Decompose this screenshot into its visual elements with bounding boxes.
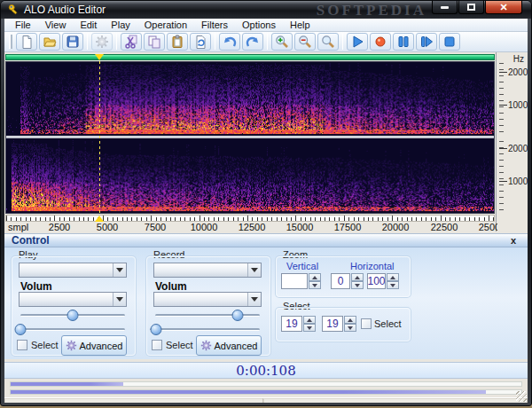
paste-button[interactable]: [167, 33, 188, 51]
spin-up-button[interactable]: [351, 273, 364, 281]
ruler-label: 22500: [431, 222, 458, 232]
play-advanced-button[interactable]: Advanced: [61, 335, 127, 356]
undo-arrow-icon: [223, 35, 237, 49]
slider-knob[interactable]: [15, 324, 27, 335]
spin-up-button[interactable]: [303, 316, 316, 324]
copy-button[interactable]: [144, 33, 165, 51]
gear-icon: [200, 340, 212, 351]
status-panel: [263, 398, 528, 403]
redo-button[interactable]: [242, 33, 263, 51]
menu-play[interactable]: Play: [104, 19, 137, 31]
menu-edit[interactable]: Edit: [73, 19, 104, 31]
spinner-value[interactable]: [281, 273, 308, 289]
spinner-value[interactable]: 19: [281, 316, 302, 332]
zoom-tool-button[interactable]: [317, 33, 339, 51]
select-checkbox-label: Select: [374, 318, 402, 329]
spin-down-button[interactable]: [351, 281, 364, 289]
record-balance-slider[interactable]: [150, 324, 260, 335]
play-button[interactable]: [347, 33, 368, 51]
record-button[interactable]: [370, 33, 391, 51]
scissors-icon: [124, 35, 138, 49]
record-device-dropdown[interactable]: [153, 263, 262, 278]
play-balance-slider[interactable]: [15, 324, 125, 335]
cursor-marker-top[interactable]: [95, 54, 104, 60]
minimize-icon: [441, 6, 449, 9]
control-panel-body: Play Volum Select Advanced Record Volum …: [4, 247, 528, 359]
control-panel-close-button[interactable]: x: [508, 235, 519, 246]
stop-icon: [442, 35, 457, 49]
spectrogram-canvas[interactable]: [5, 61, 495, 214]
spin-up-button[interactable]: [344, 316, 356, 324]
selection-bar[interactable]: [5, 54, 495, 60]
slider-knob[interactable]: [151, 324, 162, 335]
menu-filters[interactable]: Filters: [194, 19, 235, 31]
record-volume-dropdown[interactable]: [153, 292, 262, 307]
ruler-label: 7500: [145, 222, 166, 232]
copy-icon: [147, 35, 161, 49]
slider-knob[interactable]: [67, 310, 79, 321]
clipboard-icon: [170, 35, 184, 49]
open-file-button[interactable]: [39, 33, 60, 51]
zoom-in-button[interactable]: [271, 33, 293, 51]
spin-up-button[interactable]: [387, 273, 399, 281]
pause-icon: [396, 35, 411, 49]
menu-options[interactable]: Options: [235, 19, 283, 31]
record-select-checkbox[interactable]: [152, 340, 162, 350]
pause-button[interactable]: [393, 33, 414, 51]
save-file-button[interactable]: [62, 33, 83, 51]
spin-down-button[interactable]: [344, 324, 356, 332]
menu-help[interactable]: Help: [283, 19, 317, 31]
zoom-horizontal-label: Horizontal: [350, 261, 395, 271]
play-select-checkbox[interactable]: [17, 340, 27, 350]
spinner-value[interactable]: 0: [331, 273, 350, 289]
spin-down-button[interactable]: [303, 324, 316, 332]
new-file-button[interactable]: [16, 33, 37, 51]
cut-button[interactable]: [121, 33, 142, 51]
record-volume-slider[interactable]: [155, 310, 260, 321]
progress-bar-bottom: [10, 389, 522, 395]
time-display: 0:00:108: [236, 363, 295, 379]
spinner-value[interactable]: 19: [322, 316, 343, 332]
ruler-label: 15000: [286, 222, 314, 232]
spin-down-button[interactable]: [309, 281, 321, 289]
zoom-vertical-spinner: [281, 273, 321, 289]
play-device-dropdown[interactable]: [19, 263, 127, 278]
dropdown-arrow: [247, 263, 261, 277]
zoom-out-button[interactable]: [294, 33, 316, 51]
menu-operation[interactable]: Operation: [137, 19, 194, 31]
ruler-unit-label: smpl: [8, 222, 28, 232]
cursor-marker-bottom[interactable]: [95, 216, 104, 222]
resize-grip[interactable]: [516, 391, 527, 402]
maximize-button[interactable]: [458, 1, 484, 14]
ruler-label: 17500: [334, 222, 362, 232]
select-checkbox[interactable]: [361, 318, 372, 329]
sample-ruler-ticks: [5, 215, 495, 222]
play-volume-slider[interactable]: [20, 310, 125, 321]
progress-fill: [11, 382, 123, 386]
stop-button[interactable]: [439, 33, 460, 51]
spin-down-button[interactable]: [387, 281, 399, 289]
menu-view[interactable]: View: [38, 19, 74, 31]
replace-button[interactable]: [190, 33, 211, 51]
zoom-horizontal-spinner: 0: [331, 273, 364, 289]
minimize-button[interactable]: [432, 1, 458, 14]
undo-button[interactable]: [219, 33, 240, 51]
sample-ruler-labels: smpl 2500 5000 7500 10000 12500 15000 17…: [5, 222, 520, 232]
playback-cursor[interactable]: [99, 61, 100, 214]
step-forward-button[interactable]: [416, 33, 437, 51]
redo-arrow-icon: [246, 35, 260, 49]
advanced-label: Advanced: [215, 341, 258, 351]
client-area: File View Edit Play Operation Filters Op…: [4, 19, 528, 403]
spinner-value[interactable]: 100: [367, 273, 386, 289]
record-advanced-button[interactable]: Advanced: [196, 335, 262, 356]
spin-up-button[interactable]: [309, 273, 321, 281]
title-bar[interactable]: SOFTPEDIA ALO Audio Editor ✕: [1, 1, 531, 19]
menu-file[interactable]: File: [8, 19, 38, 31]
play-volume-dropdown[interactable]: [19, 292, 127, 307]
settings-button[interactable]: [91, 33, 113, 51]
control-panel-header[interactable]: Control x: [4, 233, 528, 247]
close-button[interactable]: ✕: [485, 1, 522, 14]
toolbar-grip[interactable]: [9, 35, 12, 49]
slider-knob[interactable]: [232, 310, 244, 321]
dropdown-arrow: [113, 293, 126, 306]
